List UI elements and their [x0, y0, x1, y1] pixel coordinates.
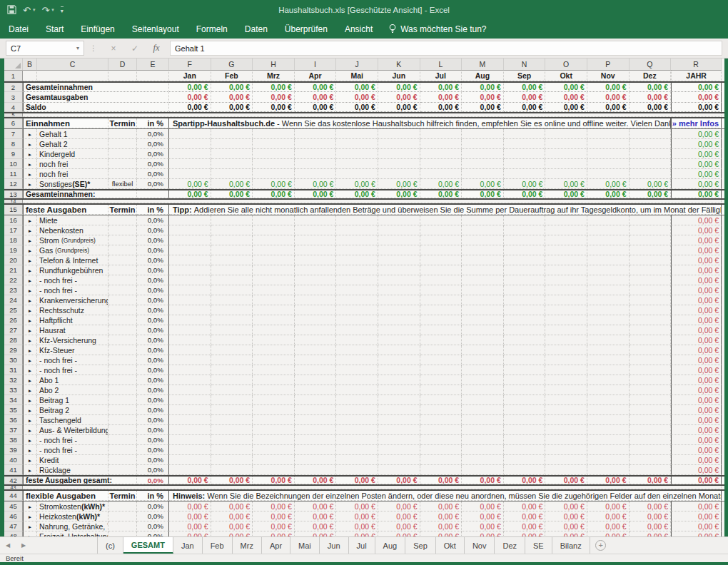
cell[interactable] [462, 365, 504, 375]
cell[interactable]: 0,00 € [462, 521, 504, 531]
cell[interactable]: 0,00 € [253, 103, 295, 112]
cell[interactable] [462, 355, 504, 365]
cell[interactable] [462, 385, 504, 395]
row-number[interactable]: 42 [4, 477, 23, 484]
cell-termin[interactable] [108, 255, 137, 265]
cell[interactable]: 0,00 € [587, 531, 630, 536]
cell[interactable] [336, 225, 378, 235]
row-number[interactable]: 37 [4, 425, 23, 435]
cell[interactable] [253, 405, 295, 415]
cell[interactable] [169, 435, 211, 445]
tell-me[interactable]: Was möchten Sie tun? [388, 24, 486, 36]
section-title[interactable]: feste Ausgaben [23, 205, 108, 215]
cell[interactable] [378, 415, 420, 425]
cell-percent[interactable]: 0,0% [137, 275, 169, 285]
cell[interactable]: 0,00 € [420, 531, 462, 536]
row-number[interactable]: 11 [4, 169, 23, 179]
cell[interactable] [169, 169, 211, 179]
menu-tab-start[interactable]: Start [37, 20, 72, 39]
cell-percent[interactable]: 0,0% [137, 245, 169, 255]
cell[interactable] [169, 455, 211, 465]
cell[interactable] [378, 305, 420, 315]
cell[interactable]: 0,00 € [462, 92, 504, 103]
enter-icon[interactable]: ✓ [124, 39, 146, 58]
cell[interactable] [587, 445, 630, 455]
cell[interactable] [630, 315, 672, 325]
cell[interactable] [587, 335, 630, 345]
cell[interactable]: 0,00 € [504, 521, 546, 531]
cell-termin[interactable] [108, 335, 137, 345]
cell[interactable] [420, 169, 462, 179]
cell[interactable] [169, 245, 211, 255]
cell[interactable] [545, 169, 587, 179]
cell-termin[interactable] [108, 455, 137, 465]
cell[interactable] [587, 235, 630, 245]
cell-percent[interactable]: 0,0% [137, 225, 169, 235]
cell[interactable] [378, 149, 420, 159]
cell-label[interactable]: Rücklage [37, 465, 108, 475]
cell[interactable]: 0,00 € [420, 511, 462, 521]
cell[interactable] [169, 415, 211, 425]
cell[interactable] [630, 139, 672, 149]
termin-header[interactable]: Termin [108, 491, 137, 501]
cell-termin[interactable] [108, 425, 137, 435]
cell-label[interactable]: Kredit [37, 455, 108, 465]
cell[interactable] [462, 295, 504, 305]
cell[interactable] [630, 455, 672, 465]
column-header-L[interactable]: L [420, 58, 462, 71]
cell-label[interactable]: Telefon & Internet [37, 255, 108, 265]
row-number[interactable]: 44 [4, 491, 23, 501]
cell[interactable]: 0,00 € [630, 103, 672, 112]
cell[interactable] [587, 275, 630, 285]
cell[interactable]: 0,00 € [169, 477, 211, 484]
cell-termin[interactable] [108, 385, 137, 395]
cell[interactable] [211, 265, 253, 275]
cell-percent[interactable]: 0,0% [137, 149, 169, 159]
cell[interactable]: 0,00 € [420, 190, 462, 198]
cell[interactable]: 0,00 € [253, 521, 295, 531]
cell[interactable] [211, 255, 253, 265]
cell[interactable]: 0,00 € [420, 103, 462, 112]
cell[interactable] [420, 355, 462, 365]
cell[interactable] [630, 465, 672, 475]
cell[interactable] [587, 159, 630, 169]
cell[interactable] [378, 315, 420, 325]
cell[interactable] [295, 255, 337, 265]
cell[interactable] [336, 305, 378, 315]
cell-termin[interactable] [108, 315, 137, 325]
row-expand-arrow-icon[interactable]: ► [23, 265, 37, 275]
cell[interactable] [295, 225, 337, 235]
cell[interactable]: 0,00 € [336, 531, 378, 536]
more-info-link[interactable]: » mehr Infos [671, 118, 722, 128]
cell[interactable] [630, 365, 672, 375]
cell-label[interactable]: Taschengeld [37, 415, 108, 425]
cell-termin[interactable] [108, 395, 137, 405]
cell[interactable] [253, 335, 295, 345]
cell-year-total[interactable]: 0,00 € [671, 531, 722, 536]
cell[interactable] [462, 435, 504, 445]
cell-label[interactable]: Heizkosten (kWh)* [37, 511, 108, 521]
cell[interactable] [420, 445, 462, 455]
cell[interactable] [211, 385, 253, 395]
cell[interactable] [504, 405, 546, 415]
cell[interactable] [378, 385, 420, 395]
cell-percent[interactable]: 0,0% [137, 295, 169, 305]
cell[interactable] [462, 149, 504, 159]
cell[interactable]: 0,00 € [253, 502, 295, 511]
cell[interactable]: 0,00 € [253, 190, 295, 198]
row-expand-arrow-icon[interactable]: ► [23, 285, 37, 295]
cell[interactable]: 0,00 € [253, 531, 295, 536]
cell[interactable]: 0,00 € [545, 521, 587, 531]
cell[interactable]: 0,00 € [336, 190, 378, 198]
cell[interactable] [169, 315, 211, 325]
cell-year-total[interactable]: 0,00 € [671, 455, 722, 465]
cell[interactable]: 0,00 € [378, 531, 420, 536]
cell[interactable] [545, 375, 587, 385]
cell[interactable]: 0,00 € [462, 83, 504, 92]
column-header-R[interactable]: R [671, 58, 722, 71]
cell[interactable]: 0,00 € [504, 531, 546, 536]
cell-termin[interactable] [108, 365, 137, 375]
cell[interactable] [462, 159, 504, 169]
cell[interactable] [295, 275, 337, 285]
cell-label[interactable]: Rechtsschutz [37, 305, 108, 315]
